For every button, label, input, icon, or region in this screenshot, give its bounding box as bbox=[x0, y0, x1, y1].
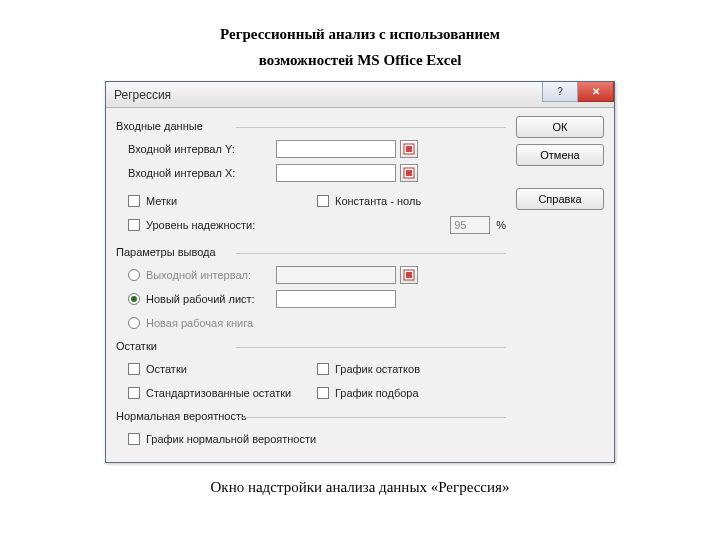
cancel-button[interactable]: Отмена bbox=[516, 144, 604, 166]
output-range-radio[interactable] bbox=[128, 269, 140, 281]
labels-checkbox[interactable] bbox=[128, 195, 140, 207]
ok-button[interactable]: ОК bbox=[516, 116, 604, 138]
residuals-label: Остатки bbox=[146, 363, 187, 375]
confidence-label: Уровень надежности: bbox=[146, 219, 255, 231]
y-range-input[interactable] bbox=[276, 140, 396, 158]
normal-plot-checkbox[interactable] bbox=[128, 433, 140, 445]
std-residuals-label: Стандартизованные остатки bbox=[146, 387, 291, 399]
labels-checkbox-label: Метки bbox=[146, 195, 177, 207]
x-range-input[interactable] bbox=[276, 164, 396, 182]
residuals-plot-checkbox[interactable] bbox=[317, 363, 329, 375]
close-icon[interactable]: ✕ bbox=[578, 82, 614, 102]
titlebar-controls: ? ✕ bbox=[542, 82, 614, 107]
new-book-radio[interactable] bbox=[128, 317, 140, 329]
help-icon[interactable]: ? bbox=[542, 82, 578, 102]
refedit-icon[interactable] bbox=[400, 140, 418, 158]
output-range-label: Выходной интервал: bbox=[146, 269, 251, 281]
confidence-checkbox[interactable] bbox=[128, 219, 140, 231]
std-residuals-checkbox[interactable] bbox=[128, 387, 140, 399]
refedit-icon[interactable] bbox=[400, 266, 418, 284]
x-range-label: Входной интервал X: bbox=[116, 167, 276, 179]
output-range-input[interactable] bbox=[276, 266, 396, 284]
new-sheet-label: Новый рабочий лист: bbox=[146, 293, 255, 305]
residuals-checkbox[interactable] bbox=[128, 363, 140, 375]
residuals-plot-label: График остатков bbox=[335, 363, 420, 375]
fit-plot-label: График подбора bbox=[335, 387, 419, 399]
const-zero-label: Константа - ноль bbox=[335, 195, 421, 207]
fit-plot-checkbox[interactable] bbox=[317, 387, 329, 399]
new-sheet-input[interactable] bbox=[276, 290, 396, 308]
page-title: Регрессионный анализ с использованием во… bbox=[0, 0, 720, 73]
page-title-line2: возможностей MS Office Excel bbox=[0, 48, 720, 74]
svg-rect-3 bbox=[406, 170, 412, 176]
new-book-label: Новая рабочая книга bbox=[146, 317, 253, 329]
group-residuals-header: Остатки bbox=[116, 340, 506, 352]
titlebar: Регрессия ? ✕ bbox=[106, 82, 614, 108]
dialog-title: Регрессия bbox=[114, 88, 171, 102]
const-zero-checkbox[interactable] bbox=[317, 195, 329, 207]
svg-rect-5 bbox=[406, 272, 412, 278]
help-button[interactable]: Справка bbox=[516, 188, 604, 210]
y-range-label: Входной интервал Y: bbox=[116, 143, 276, 155]
normal-plot-label: График нормальной вероятности bbox=[146, 433, 316, 445]
percent-label: % bbox=[496, 219, 506, 231]
regression-dialog: Регрессия ? ✕ Входные данные Входной инт… bbox=[105, 81, 615, 463]
new-sheet-radio[interactable] bbox=[128, 293, 140, 305]
confidence-input[interactable] bbox=[450, 216, 490, 234]
group-normal-header: Нормальная вероятность bbox=[116, 410, 506, 422]
svg-rect-1 bbox=[406, 146, 412, 152]
group-output-header: Параметры вывода bbox=[116, 246, 506, 258]
refedit-icon[interactable] bbox=[400, 164, 418, 182]
page-title-line1: Регрессионный анализ с использованием bbox=[0, 22, 720, 48]
group-input-header: Входные данные bbox=[116, 120, 506, 132]
figure-caption: Окно надстройки анализа данных «Регресси… bbox=[0, 479, 720, 496]
